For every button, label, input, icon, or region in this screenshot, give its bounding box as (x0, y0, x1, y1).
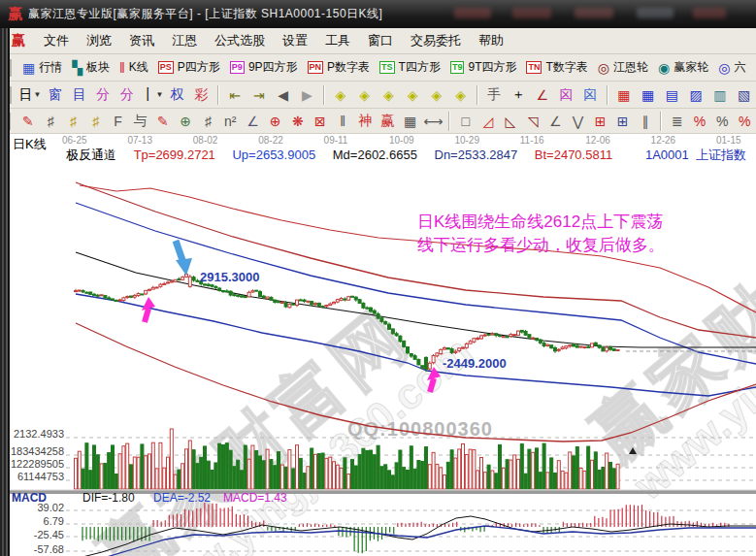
toolbar-separator (477, 85, 478, 105)
toolbar-button-grid-tool[interactable]: ♯ (40, 110, 60, 133)
toolbar-button-target-tool[interactable]: ⊕ (265, 110, 285, 133)
menu-item-2[interactable]: 资讯 (120, 29, 163, 52)
ticker-blob (693, 8, 726, 18)
toolbar-button-9p-square[interactable]: P99P四方形 (225, 57, 303, 78)
toolbar-button-remote-pc[interactable]: ▧ (733, 83, 755, 107)
menu-item-7[interactable]: 窗口 (359, 29, 402, 52)
toolbar-button-save[interactable]: ▨ (685, 83, 707, 107)
title-bar[interactable]: 赢 赢家江恩专业版[赢家服务平台] - [上证指数 SH1A0001-150日K… (0, 0, 756, 28)
toolbar-button-time-wheel[interactable]: ⊕ (175, 110, 195, 133)
toolbar-button-hand-tool[interactable]: 手 (483, 83, 506, 107)
toolbar-button-diamond-right[interactable]: ◈ (353, 83, 376, 107)
menu-item-1[interactable]: 浏览 (78, 29, 120, 52)
toolbar-button-ticket-grid[interactable]: ▦ (400, 110, 420, 133)
toolbar-button-percent-grid[interactable]: % (735, 110, 755, 133)
toolbar-button-data-export[interactable]: ▥ (708, 83, 731, 107)
toolbar-button-angle-lines[interactable]: ∠ (545, 110, 566, 133)
toolbar-button-spiderweb[interactable]: ❋ (287, 110, 308, 133)
toolbar-button-candle-type[interactable]: 〡▼ (140, 83, 164, 107)
toolbar-button-kline-style[interactable]: 日▼ (18, 83, 43, 107)
toolbar-button-next-page[interactable]: ▶ (296, 83, 318, 107)
toolbar-button-diamond-cross[interactable]: ◈ (449, 83, 472, 107)
toolbar-button-9t-square[interactable]: T99T四方形 (445, 57, 522, 78)
toolbar-button-v-lines[interactable]: ⋁ (568, 110, 588, 133)
grid-blue-icon: ⊞ (617, 114, 629, 129)
menu-item-5[interactable]: 设置 (274, 29, 316, 52)
toolbar-button-calculator[interactable]: ▦ (637, 83, 659, 107)
gann-wheel-icon: ◎ (598, 61, 609, 75)
chart-area: 日K线 06-2507-1308-0208-2209-1110-0910-291… (0, 134, 756, 556)
grid-red-icon: ⊞ (595, 114, 607, 129)
toolbar-button-minute-3[interactable]: 分 (92, 83, 115, 107)
toolbar-button-info-panel[interactable]: 目 (68, 83, 90, 107)
toolbar-button-f-grid[interactable]: F (108, 110, 128, 133)
toolbar-button-parallel-lines[interactable]: ∥ (635, 110, 655, 133)
toolbar-button-grid-blue[interactable]: ⊞ (612, 110, 633, 133)
toolbar-button-sectors[interactable]: ▚板块 (67, 57, 115, 78)
toolbar-button-angle-measure[interactable]: ∠ (531, 83, 553, 107)
toolbar-button-tick-marks[interactable]: ǁ (333, 110, 353, 133)
toolbar-button-hexagon-wheel[interactable]: ◎六 (713, 57, 750, 78)
toolbar-button-ray-box[interactable]: ◹ (523, 110, 543, 133)
toolbar-button-n-square[interactable]: n² (220, 110, 241, 133)
p-square-icon: PS (158, 61, 174, 74)
toolbar-button-pen-tool[interactable]: ✎ (17, 110, 38, 133)
toolbar-button-winner-wheel[interactable]: ◉赢家轮 (653, 57, 713, 78)
toolbar-button-s-grid[interactable]: 与 (130, 110, 150, 133)
toolbar-button-calendar[interactable]: ▦ (613, 83, 636, 107)
toolbar-button-brain-magenta[interactable]: 囟 (555, 83, 577, 107)
menu-item-9[interactable]: 帮助 (470, 29, 512, 52)
toolbar-button-price-ruler[interactable]: ≣ (667, 110, 687, 133)
menu-item-8[interactable]: 交易委托 (402, 29, 470, 52)
menu-item-6[interactable]: 工具 (316, 29, 359, 52)
brain-blue-icon: 囟 (583, 86, 597, 104)
toolbar-button-p-square[interactable]: PSP四方形 (153, 57, 225, 78)
toolbar-button-p-number-table[interactable]: PNP数字表 (303, 57, 376, 78)
toolbar-button-kline[interactable]: ‖K线 (115, 57, 153, 78)
toolbar-button-diamond-left[interactable]: ◈ (330, 83, 352, 107)
toolbar-button-quotes[interactable]: ▦行情 (17, 57, 67, 78)
toolbar-button-gold-grid-2[interactable]: ♯ (85, 110, 106, 133)
toolbar-button-diamond-vertical[interactable]: ◈ (402, 83, 424, 107)
toolbar-button-first-page[interactable]: ⇤ (224, 83, 247, 107)
toolbar-button-pen-tool-2[interactable]: ✎ (152, 110, 173, 133)
diamond-cross-icon: ◈ (455, 87, 466, 103)
toolbar-button-gann-wheel[interactable]: ◎江恩轮 (593, 57, 653, 78)
toolbar-button-grid-red[interactable]: ⊞ (590, 110, 610, 133)
toolbar-button-shen-grid[interactable]: 神 (355, 110, 376, 133)
toolbar-button-last-page[interactable]: ⇥ (248, 83, 271, 107)
toolbar-button-restore-rights[interactable]: 权 (166, 83, 188, 107)
menu-item-4[interactable]: 公式选股 (206, 29, 274, 52)
toolbar-button-percent-line[interactable]: % (689, 110, 709, 133)
toolbar-button-ying-grid[interactable]: 赢 (378, 110, 398, 133)
toolbar-button-minute-9[interactable]: 分 (116, 83, 139, 107)
toolbar-button-window-grid[interactable]: 窗 (45, 83, 67, 107)
sectors-label: 板块 (86, 59, 110, 76)
toolbar-button-grid-tool-2[interactable]: ♯ (198, 110, 218, 133)
toolbar-button-fan-box[interactable]: ◺ (500, 110, 520, 133)
toolbar-button-angle-ruler[interactable]: ∠ (243, 110, 263, 133)
square-spiral-icon: ⊠ (314, 114, 326, 129)
toolbar-button-gold-grid-1[interactable]: ♯ (63, 110, 83, 133)
low-price-label: -2449.2000 (443, 356, 507, 371)
menu-logo-icon: 赢 (12, 32, 25, 49)
toolbar-button-crosshair-tool[interactable]: ＋ (508, 83, 530, 107)
toolbar-button-diamond-plus[interactable]: ◈ (426, 83, 448, 107)
toolbar-button-prev-page[interactable]: ◀ (272, 83, 294, 107)
percent-line-icon: % (694, 114, 706, 129)
toolbar-button-notepad[interactable]: ▤ (661, 83, 683, 107)
toolbar-button-percent-tool[interactable]: % (712, 110, 733, 133)
macd-label[interactable]: MACD (12, 491, 47, 505)
toolbar-button-diamond-horizontal[interactable]: ◈ (378, 83, 400, 107)
toolbar-button-t-square[interactable]: TST四方形 (375, 57, 445, 78)
toolbar-button-fan-lines[interactable]: ◿ (477, 110, 498, 133)
toolbar-separator (607, 85, 608, 105)
toolbar-button-t-number-table[interactable]: TNT数字表 (521, 57, 592, 78)
toolbar-button-color-chart[interactable]: 彩 (190, 83, 213, 107)
toolbar-button-box-tool[interactable]: □ (455, 110, 476, 133)
toolbar-button-square-spiral[interactable]: ⊠ (310, 110, 330, 133)
menu-item-0[interactable]: 文件 (35, 29, 78, 52)
menu-item-3[interactable]: 江恩 (163, 29, 206, 52)
toolbar-button-brain-blue[interactable]: 囟 (579, 83, 602, 107)
toolbar-button-width-measure[interactable]: ⟷ (422, 110, 444, 133)
